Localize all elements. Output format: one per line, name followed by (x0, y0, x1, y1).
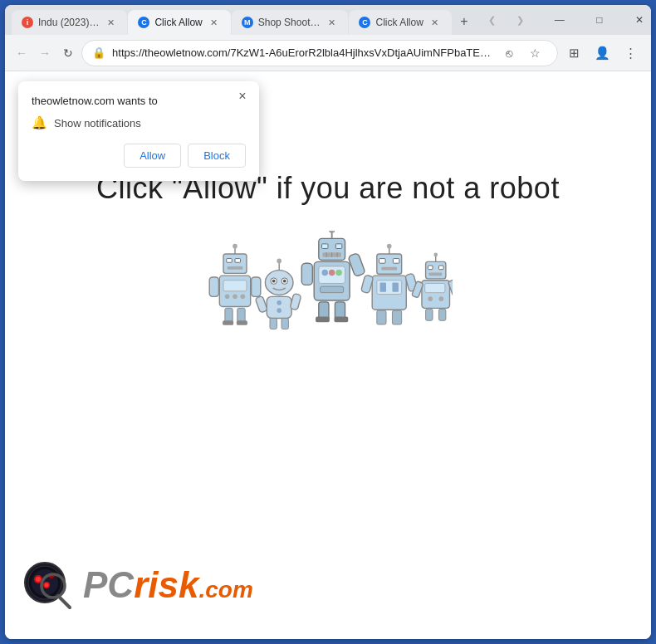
svg-rect-66 (426, 261, 446, 279)
svg-point-19 (277, 259, 281, 264)
robots-illustration (203, 231, 453, 347)
popup-notification-row: 🔔 Show notifications (32, 115, 246, 130)
svg-rect-50 (301, 263, 312, 285)
svg-rect-24 (267, 296, 291, 318)
svg-rect-73 (425, 283, 445, 292)
svg-rect-12 (237, 308, 245, 322)
svg-rect-28 (281, 318, 288, 329)
svg-point-8 (225, 295, 230, 300)
new-tab-button[interactable]: + (453, 10, 476, 33)
svg-rect-33 (330, 231, 335, 232)
svg-rect-14 (237, 320, 247, 325)
url-bar[interactable]: 🔒 https://theowletnow.com/7KzW1-A6uErorR… (81, 40, 558, 66)
svg-point-26 (277, 308, 281, 313)
tab2-favicon: C (138, 17, 149, 28)
bell-icon: 🔔 (32, 115, 47, 130)
svg-rect-35 (335, 244, 341, 249)
svg-rect-51 (348, 253, 365, 277)
url-actions: ⎋ ☆ (497, 41, 547, 65)
svg-point-9 (233, 295, 237, 300)
svg-rect-30 (290, 293, 301, 310)
tab1-close[interactable]: ✕ (104, 16, 117, 29)
svg-rect-0 (223, 254, 247, 273)
svg-rect-60 (380, 283, 386, 292)
maximize-button[interactable]: □ (580, 7, 619, 32)
profile-button[interactable]: 👤 (590, 40, 616, 66)
allow-button[interactable]: Allow (124, 144, 181, 168)
svg-rect-16 (252, 277, 261, 296)
address-bar: ← → ↻ 🔒 https://theowletnow.com/7KzW1-A6… (5, 35, 651, 71)
refresh-button[interactable]: ↻ (58, 40, 78, 66)
svg-point-23 (283, 280, 286, 283)
browser-tab-3[interactable]: M Shop Shoot… ✕ (232, 10, 349, 35)
browser-window: i Indu (2023)… ✕ C Click Allow ✕ M Shop … (5, 5, 651, 639)
popup-notification-label: Show notifications (54, 117, 141, 129)
tab-scroll-left[interactable]: ❮ (479, 7, 506, 33)
svg-rect-11 (225, 308, 233, 322)
svg-point-86 (45, 583, 49, 588)
forward-button[interactable]: → (35, 40, 55, 66)
svg-point-10 (241, 295, 246, 300)
svg-point-42 (322, 270, 328, 276)
svg-rect-52 (377, 254, 402, 274)
popup-title: theowletnow.com wants to (32, 95, 246, 107)
svg-point-68 (433, 253, 438, 257)
tab3-close[interactable]: ✕ (325, 16, 338, 29)
notification-popup: × theowletnow.com wants to 🔔 Show notifi… (18, 81, 259, 181)
svg-point-75 (438, 296, 443, 301)
block-button[interactable]: Block (188, 144, 246, 168)
menu-button[interactable]: ⋮ (618, 40, 644, 66)
svg-point-25 (277, 300, 281, 305)
svg-point-17 (265, 271, 293, 295)
url-text: https://theowletnow.com/7KzW1-A6uErorR2l… (112, 46, 491, 59)
browser-tab-4[interactable]: C Click Allow ✕ (349, 10, 451, 35)
svg-rect-76 (426, 309, 433, 320)
svg-rect-15 (209, 277, 218, 296)
svg-rect-4 (235, 259, 241, 263)
extensions-button[interactable]: ⊞ (561, 40, 588, 66)
svg-rect-56 (393, 259, 399, 264)
svg-point-2 (233, 244, 237, 249)
risk-text: risk (134, 564, 198, 605)
svg-point-54 (387, 244, 392, 249)
back-button[interactable]: ← (12, 40, 32, 66)
tab-scroll-right[interactable]: ❯ (507, 7, 534, 33)
window-controls: — □ ✕ (541, 7, 651, 32)
tab2-label: Click Allow (154, 17, 202, 28)
svg-rect-63 (392, 310, 401, 324)
svg-rect-29 (255, 295, 267, 313)
popup-close-button[interactable]: × (234, 88, 251, 105)
pc-text: PC (83, 564, 134, 605)
svg-rect-57 (381, 267, 397, 271)
tab1-label: Indu (2023)… (38, 17, 99, 28)
svg-rect-47 (335, 302, 345, 320)
share-icon-button[interactable]: ⎋ (497, 41, 521, 65)
svg-rect-3 (227, 259, 233, 263)
svg-rect-62 (377, 310, 386, 324)
svg-rect-61 (392, 283, 398, 292)
svg-rect-77 (438, 309, 445, 320)
minimize-button[interactable]: — (541, 7, 579, 32)
svg-point-43 (329, 270, 335, 276)
svg-rect-64 (361, 275, 374, 293)
svg-rect-71 (428, 272, 442, 276)
svg-rect-27 (270, 318, 277, 329)
svg-rect-5 (228, 266, 243, 270)
title-bar: i Indu (2023)… ✕ C Click Allow ✕ M Shop … (5, 5, 651, 35)
svg-point-84 (36, 577, 41, 582)
svg-rect-34 (322, 244, 328, 249)
tab4-close[interactable]: ✕ (428, 16, 442, 29)
browser-tab-2[interactable]: C Click Allow ✕ (128, 10, 230, 35)
bookmark-icon-button[interactable]: ☆ (524, 41, 547, 65)
toolbar-icons: ⊞ 👤 ⋮ (561, 40, 644, 66)
browser-tab-1[interactable]: i Indu (2023)… ✕ (12, 10, 127, 35)
tab3-favicon: M (242, 17, 253, 28)
pcrisk-logo: PCrisk.com (22, 556, 253, 614)
close-button[interactable]: ✕ (620, 7, 651, 32)
tab1-favicon: i (22, 17, 33, 28)
tab2-close[interactable]: ✕ (208, 16, 221, 29)
svg-rect-70 (438, 266, 443, 270)
svg-rect-46 (319, 302, 329, 320)
svg-rect-69 (428, 266, 433, 270)
tab4-label: Click Allow (375, 17, 423, 28)
